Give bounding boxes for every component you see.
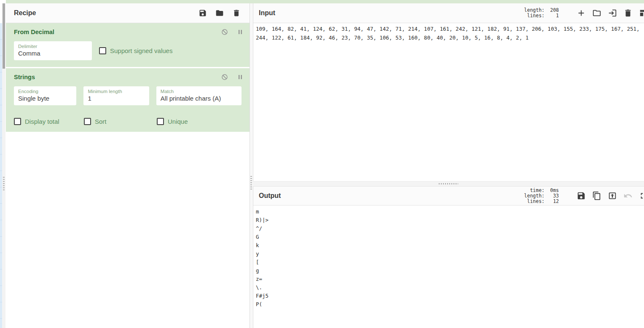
save-output-button[interactable] (577, 191, 586, 200)
support-signed-values-checkbox[interactable] (99, 47, 106, 54)
output-line: F#j5 (256, 292, 644, 300)
checkbox-label: Support signed values (110, 47, 172, 54)
pause-icon (237, 74, 244, 80)
layout-button[interactable] (639, 8, 644, 18)
load-recipe-button[interactable] (215, 9, 224, 17)
recipe-header: Recipe (6, 3, 250, 23)
operations-scrollbar-thumb[interactable] (3, 3, 5, 69)
input-toolbar (577, 8, 644, 18)
trash-icon (232, 9, 241, 17)
sort-checkbox[interactable] (84, 118, 91, 125)
breakpoint-button[interactable] (237, 29, 244, 35)
input-text: 109, 164, 82, 41, 124, 62, 31, 94, 47, 1… (256, 25, 644, 42)
output-line: [ (256, 258, 644, 267)
output-line: z= (256, 275, 644, 283)
clear-io-button[interactable] (623, 8, 633, 18)
operation-checkbox-row: Display total Sort Unique (6, 118, 250, 125)
splitter-grip-operations[interactable] (3, 177, 5, 191)
recipe-panel: Recipe From Decimal (6, 3, 250, 328)
cyberchef-app: Recipe From Decimal (0, 0, 644, 328)
encoding-select[interactable]: Encoding Single byte (14, 86, 76, 105)
unique-checkbox-group: Unique (157, 118, 188, 125)
support-signed-values-checkbox-group: Support signed values (99, 47, 172, 54)
output-line: G (256, 233, 644, 241)
stat-value: 1 (545, 13, 559, 19)
open-folder-button[interactable] (592, 8, 601, 18)
output-toolbar (577, 191, 644, 200)
stat-row: lines: 12 (524, 199, 559, 204)
top-banner-strip (6, 0, 644, 3)
operation-args: Delimiter Comma Support signed values (6, 41, 250, 60)
operation-title: From Decimal (14, 29, 221, 35)
open-file-icon (608, 8, 617, 18)
disable-icon (221, 74, 228, 80)
arg-value: Single byte (18, 94, 72, 103)
folder-icon (592, 8, 601, 18)
operation-controls (221, 74, 244, 80)
stat-row: lines: 1 (524, 13, 559, 19)
recipe-title: Recipe (14, 9, 36, 17)
stat-label: lines: (524, 13, 545, 19)
unique-checkbox[interactable] (157, 118, 164, 125)
output-line: P( (256, 300, 644, 309)
save-recipe-button[interactable] (199, 9, 207, 17)
breakpoint-button[interactable] (237, 74, 244, 80)
output-panel: Output time: 0ms length: 33 lines: 12 (253, 187, 644, 328)
operations-scrollbar[interactable] (2, 3, 5, 328)
maximise-output-button[interactable] (639, 191, 644, 200)
sort-checkbox-group: Sort (84, 118, 157, 125)
operation-controls (221, 29, 244, 35)
output-stats: time: 0ms length: 33 lines: 12 (524, 188, 559, 204)
pause-icon (237, 29, 244, 35)
stat-row: length: 33 (524, 193, 559, 199)
operation-strings[interactable]: Strings Encoding Single byte Minimum len… (6, 68, 250, 132)
stat-value: 12 (545, 199, 559, 204)
plus-icon (577, 8, 586, 18)
minimum-length-input[interactable]: Minimum length 1 (83, 86, 149, 105)
folder-icon (215, 9, 224, 17)
input-title: Input (259, 9, 275, 17)
layout-icon (639, 8, 644, 18)
disable-operation-button[interactable] (221, 74, 228, 80)
stat-value: 0ms (545, 188, 559, 193)
disable-operation-button[interactable] (221, 29, 228, 35)
input-textarea[interactable]: 109, 164, 82, 41, 124, 62, 31, 94, 47, 1… (253, 23, 644, 181)
open-file-button[interactable] (608, 8, 617, 18)
arg-value: All printable chars (A) (161, 94, 237, 103)
recipe-toolbar (199, 9, 241, 17)
output-line: m (256, 208, 644, 216)
stat-value: 33 (545, 193, 559, 199)
undo-button[interactable] (623, 191, 633, 200)
save-icon (577, 191, 586, 200)
delimiter-select[interactable]: Delimiter Comma (14, 41, 92, 60)
clear-recipe-button[interactable] (232, 9, 241, 17)
move-output-to-input-button[interactable] (608, 191, 617, 200)
match-select[interactable]: Match All printable chars (A) (156, 86, 241, 105)
output-text-area[interactable]: m R)|> ^/ G k y [ g z= \. F#j5 P( (253, 205, 644, 328)
arg-value: 1 (88, 94, 145, 103)
stat-label: time: (524, 188, 545, 193)
trash-icon (623, 8, 633, 18)
arg-label: Encoding (18, 88, 72, 94)
stat-label: lines: (524, 199, 545, 204)
export-up-icon (608, 191, 617, 200)
output-line: k (256, 241, 644, 250)
add-input-tab-button[interactable] (577, 8, 586, 18)
splitter-grip-io[interactable] (439, 183, 458, 184)
operation-from-decimal[interactable]: From Decimal Delimiter Comma S (6, 23, 250, 67)
display-total-checkbox-group: Display total (14, 118, 84, 125)
splitter-grip-recipe-io[interactable] (250, 176, 252, 190)
disable-icon (221, 29, 228, 35)
display-total-checkbox[interactable] (14, 118, 21, 125)
checkbox-label: Sort (95, 118, 107, 125)
copy-icon (592, 191, 601, 200)
input-stats: length: 208 lines: 1 (524, 8, 559, 19)
operation-head: Strings (6, 74, 250, 80)
arg-label: Match (161, 88, 237, 94)
output-line: ^/ (256, 224, 644, 233)
stat-label: length: (524, 193, 545, 199)
copy-output-button[interactable] (592, 191, 601, 200)
expand-icon (639, 191, 644, 200)
splitter-input-output[interactable] (253, 181, 644, 187)
splitter-recipe-io[interactable] (250, 3, 253, 328)
